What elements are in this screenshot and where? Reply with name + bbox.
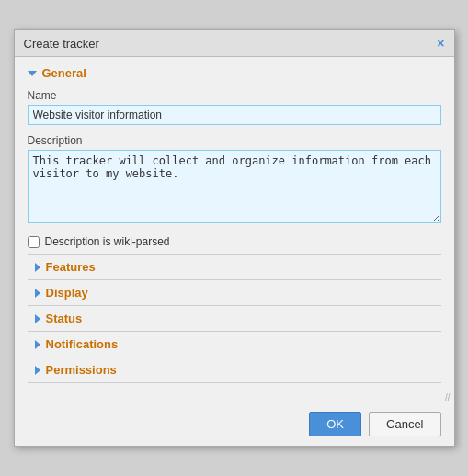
notifications-expand-icon — [35, 340, 40, 349]
display-section-header[interactable]: Display — [28, 280, 441, 305]
wiki-parsed-row: Description is wiki-parsed — [28, 235, 441, 248]
status-section-title: Status — [46, 312, 83, 325]
general-section-header: General — [28, 66, 441, 80]
dialog-titlebar: Create tracker × — [15, 30, 454, 57]
resize-handle: // — [15, 392, 454, 402]
status-section-header[interactable]: Status — [28, 306, 441, 331]
ok-button[interactable]: OK — [309, 412, 361, 436]
wiki-parsed-label[interactable]: Description is wiki-parsed — [45, 235, 170, 248]
status-expand-icon — [35, 314, 40, 323]
features-section-title: Features — [46, 260, 96, 274]
dialog-body: General Name Description This tracker wi… — [15, 57, 454, 392]
features-section-header[interactable]: Features — [28, 255, 441, 279]
description-label: Description — [28, 134, 441, 147]
cancel-button[interactable]: Cancel — [369, 412, 440, 436]
general-collapse-icon[interactable] — [28, 71, 37, 76]
name-label: Name — [28, 89, 441, 102]
notifications-section: Notifications — [28, 331, 441, 357]
notifications-section-title: Notifications — [46, 337, 119, 351]
description-field-group: Description This tracker will collect an… — [28, 134, 441, 226]
general-section-title: General — [42, 66, 86, 80]
description-textarea[interactable]: This tracker will collect and organize i… — [28, 150, 441, 223]
features-section: Features — [28, 254, 441, 279]
permissions-section-header[interactable]: Permissions — [28, 357, 441, 382]
create-tracker-dialog: Create tracker × General Name Descriptio… — [14, 29, 455, 447]
features-expand-icon — [35, 263, 40, 272]
dialog-footer: OK Cancel — [15, 402, 454, 446]
close-button[interactable]: × — [437, 36, 444, 51]
permissions-expand-icon — [35, 366, 40, 375]
wiki-parsed-checkbox[interactable] — [28, 236, 40, 248]
permissions-section-title: Permissions — [46, 363, 117, 377]
status-section: Status — [28, 305, 441, 331]
permissions-section: Permissions — [28, 357, 441, 383]
name-field-group: Name — [28, 89, 441, 125]
notifications-section-header[interactable]: Notifications — [28, 332, 441, 357]
display-section: Display — [28, 279, 441, 305]
display-section-title: Display — [46, 286, 88, 300]
name-input[interactable] — [28, 105, 441, 125]
dialog-title: Create tracker — [24, 37, 99, 51]
display-expand-icon — [35, 289, 40, 298]
